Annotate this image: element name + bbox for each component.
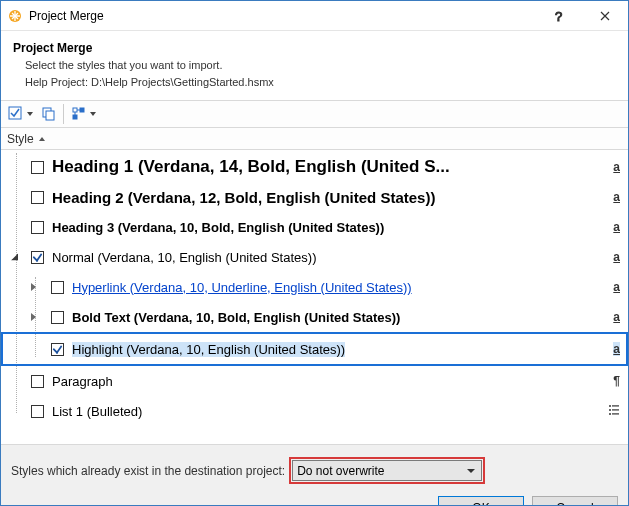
style-label: Highlight (Verdana, 10, English (United … bbox=[72, 342, 606, 357]
checkbox[interactable] bbox=[51, 311, 64, 324]
svg-rect-9 bbox=[612, 405, 619, 406]
chevron-down-icon bbox=[90, 112, 96, 116]
toolbar bbox=[1, 100, 628, 128]
style-label: Bold Text (Verdana, 10, Bold, English (U… bbox=[72, 310, 606, 325]
style-tree: Heading 1 (Verdana, 14, Bold, English (U… bbox=[1, 150, 628, 444]
style-glyph: a bbox=[606, 190, 620, 204]
style-glyph: a bbox=[606, 250, 620, 264]
style-glyph: a bbox=[606, 220, 620, 234]
column-header-label: Style bbox=[7, 132, 34, 146]
style-glyph: a bbox=[606, 342, 620, 356]
tree-options-button[interactable] bbox=[66, 103, 100, 125]
instruction-panel: Project Merge Select the styles that you… bbox=[1, 31, 628, 100]
sort-ascending-icon bbox=[39, 137, 45, 141]
expand-toggle-icon[interactable] bbox=[11, 254, 18, 261]
style-row-highlight[interactable]: Highlight (Verdana, 10, English (United … bbox=[1, 332, 628, 366]
checkbox[interactable] bbox=[31, 375, 44, 388]
chevron-down-icon bbox=[467, 469, 475, 473]
svg-point-8 bbox=[609, 405, 611, 407]
svg-rect-13 bbox=[612, 413, 619, 414]
overwrite-combo[interactable]: Do not overwrite bbox=[292, 460, 482, 481]
svg-rect-6 bbox=[80, 108, 84, 112]
chevron-down-icon bbox=[27, 112, 33, 116]
style-row-heading2[interactable]: Heading 2 (Verdana, 12, Bold, English (U… bbox=[1, 182, 628, 212]
ok-button[interactable]: OK bbox=[438, 496, 524, 506]
style-row-normal[interactable]: Normal (Verdana, 10, English (United Sta… bbox=[1, 242, 628, 272]
svg-rect-5 bbox=[73, 108, 77, 112]
checkbox[interactable] bbox=[31, 161, 44, 174]
checkbox[interactable] bbox=[31, 191, 44, 204]
instruction-line1: Select the styles that you want to impor… bbox=[25, 57, 614, 74]
cancel-button[interactable]: Cancel bbox=[532, 496, 618, 506]
svg-point-12 bbox=[609, 413, 611, 415]
checkbox[interactable] bbox=[31, 405, 44, 418]
overwrite-label: Styles which already exist in the destin… bbox=[11, 464, 285, 478]
expand-toggle-icon[interactable] bbox=[31, 313, 36, 321]
style-glyph: a bbox=[606, 280, 620, 294]
titlebar: Project Merge ? bbox=[1, 1, 628, 31]
svg-text:?: ? bbox=[555, 9, 562, 23]
overwrite-value: Do not overwrite bbox=[297, 464, 384, 478]
svg-rect-2 bbox=[9, 107, 21, 119]
style-label: Hyperlink (Verdana, 10, Underline, Engli… bbox=[72, 280, 606, 295]
style-glyph: a bbox=[606, 160, 620, 174]
app-icon bbox=[7, 8, 23, 24]
help-button[interactable]: ? bbox=[536, 1, 582, 30]
style-label: List 1 (Bulleted) bbox=[52, 404, 606, 419]
style-row-heading1[interactable]: Heading 1 (Verdana, 14, Bold, English (U… bbox=[1, 152, 628, 182]
expand-toggle-icon[interactable] bbox=[31, 283, 36, 291]
checkbox[interactable] bbox=[51, 343, 64, 356]
instruction-line2: Help Project: D:\Help Projects\GettingSt… bbox=[25, 74, 614, 91]
checkbox[interactable] bbox=[31, 251, 44, 264]
style-glyph: a bbox=[606, 310, 620, 324]
style-row-boldtext[interactable]: Bold Text (Verdana, 10, Bold, English (U… bbox=[1, 302, 628, 332]
style-label: Heading 1 (Verdana, 14, Bold, English (U… bbox=[52, 157, 606, 177]
style-row-list1[interactable]: List 1 (Bulleted) bbox=[1, 396, 628, 426]
style-row-hyperlink[interactable]: Hyperlink (Verdana, 10, Underline, Engli… bbox=[1, 272, 628, 302]
svg-rect-7 bbox=[73, 115, 77, 119]
style-row-paragraph[interactable]: Paragraph ¶ bbox=[1, 366, 628, 396]
checkbox[interactable] bbox=[51, 281, 64, 294]
style-label: Normal (Verdana, 10, English (United Sta… bbox=[52, 250, 606, 265]
window-title: Project Merge bbox=[29, 9, 536, 23]
overwrite-combo-highlight: Do not overwrite bbox=[289, 457, 485, 484]
svg-rect-4 bbox=[46, 111, 54, 120]
bulleted-list-icon bbox=[606, 404, 620, 419]
style-row-heading3[interactable]: Heading 3 (Verdana, 10, Bold, English (U… bbox=[1, 212, 628, 242]
style-label: Paragraph bbox=[52, 374, 606, 389]
select-icon-button[interactable] bbox=[3, 103, 37, 125]
style-label: Heading 3 (Verdana, 10, Bold, English (U… bbox=[52, 220, 606, 235]
close-button[interactable] bbox=[582, 1, 628, 30]
svg-point-10 bbox=[609, 409, 611, 411]
column-header[interactable]: Style bbox=[1, 128, 628, 150]
checkbox[interactable] bbox=[31, 221, 44, 234]
svg-rect-11 bbox=[612, 409, 619, 410]
pilcrow-icon: ¶ bbox=[606, 374, 620, 388]
bottom-panel: Styles which already exist in the destin… bbox=[1, 444, 628, 506]
instruction-heading: Project Merge bbox=[13, 41, 614, 55]
copy-button[interactable] bbox=[37, 103, 61, 125]
style-label: Heading 2 (Verdana, 12, Bold, English (U… bbox=[52, 189, 606, 206]
